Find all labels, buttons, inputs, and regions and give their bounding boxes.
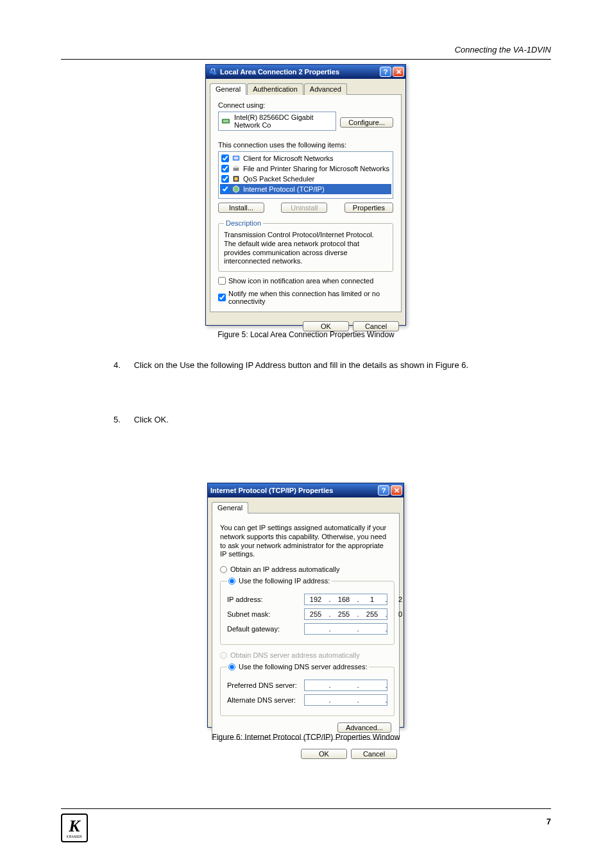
svg-rect-1 [213, 72, 216, 74]
install-button[interactable]: Install... [218, 203, 264, 213]
svg-rect-3 [223, 120, 229, 122]
alt-dns-row: Alternate DNS server: . . . [227, 694, 387, 706]
tcpip-properties-dialog: Internet Protocol (TCP/IP) Properties ? … [207, 483, 404, 728]
tab-general[interactable]: General [212, 502, 248, 513]
list-item[interactable]: Internet Protocol (TCP/IP) [220, 184, 391, 194]
footer-rule [61, 808, 551, 809]
item-checkbox[interactable] [221, 175, 229, 183]
step-5: 5. Click OK. [114, 413, 511, 426]
dialog-footer: OK Cancel [208, 744, 404, 764]
pref-dns-input[interactable]: . . . [304, 680, 387, 691]
obtain-dns-auto-radio [220, 652, 227, 659]
tabs: General Authentication Advanced [210, 83, 402, 95]
ip-address-row: IP address: 192. 168. 1. 2 [227, 594, 387, 605]
client-icon [232, 154, 241, 163]
close-button[interactable]: ✕ [391, 485, 402, 496]
tab-body: Connect using: Intel(R) 82566DC Gigabit … [210, 95, 402, 312]
description-legend: Description [224, 219, 263, 227]
step-5-text: Click OK. [134, 415, 169, 424]
use-dns-row[interactable]: Use the following DNS server addresses: [228, 663, 368, 671]
adapter-field: Intel(R) 82566DC Gigabit Network Co [218, 112, 336, 131]
ip-octet[interactable]: 168 [337, 596, 351, 603]
nic-icon [221, 117, 230, 126]
properties-button[interactable]: Properties [344, 203, 393, 213]
use-ip-group: Use the following IP address: IP address… [220, 575, 395, 645]
brand-logo-k: K [69, 818, 80, 835]
list-item[interactable]: Client for Microsoft Networks [220, 153, 391, 163]
item-label: QoS Packet Scheduler [243, 175, 314, 183]
show-icon-checkbox[interactable] [218, 277, 226, 285]
file-printer-icon [232, 164, 241, 173]
item-label: Client for Microsoft Networks [243, 154, 334, 162]
pref-dns-row: Preferred DNS server: . . . [227, 680, 387, 691]
help-button[interactable]: ? [380, 67, 391, 77]
figure-5-caption: Figure 5: Local Area Connection Properti… [146, 330, 466, 339]
items-label: This connection uses the following items… [218, 141, 393, 149]
item-checkbox[interactable] [221, 154, 229, 162]
ip-octet[interactable]: 255 [365, 610, 379, 618]
svg-rect-9 [234, 177, 237, 180]
list-item[interactable]: QoS Packet Scheduler [220, 174, 391, 184]
lan-properties-dialog: Local Area Connection 2 Properties ? ✕ G… [205, 64, 406, 326]
use-ip-row[interactable]: Use the following IP address: [228, 577, 330, 585]
ip-address-label: IP address: [227, 596, 304, 603]
titlebar: Internet Protocol (TCP/IP) Properties ? … [208, 483, 404, 497]
help-button[interactable]: ? [378, 485, 389, 496]
step-4-text: Click on the Use the following IP Addres… [134, 360, 469, 370]
ip-octet[interactable]: 0 [393, 610, 407, 618]
cancel-button[interactable]: Cancel [351, 749, 397, 759]
tab-advanced[interactable]: Advanced [304, 83, 347, 95]
tab-body: You can get IP settings assigned automat… [212, 513, 400, 740]
item-checkbox[interactable] [221, 165, 229, 172]
intro-text: You can get IP settings assigned automat… [220, 524, 391, 559]
header-rule [61, 59, 551, 60]
dialog-title: Local Area Connection 2 Properties [220, 68, 378, 76]
list-item[interactable]: File and Printer Sharing for Microsoft N… [220, 163, 391, 174]
tab-authentication[interactable]: Authentication [247, 83, 303, 95]
obtain-ip-auto-row[interactable]: Obtain an IP address automatically [220, 565, 391, 573]
page-number: 7 [547, 817, 551, 826]
show-icon-label: Show icon in notification area when conn… [228, 277, 373, 285]
ip-address-input[interactable]: 192. 168. 1. 2 [304, 594, 387, 605]
alt-dns-label: Alternate DNS server: [227, 696, 304, 704]
ip-octet[interactable]: 192 [309, 596, 323, 603]
alt-dns-input[interactable]: . . . [304, 694, 387, 706]
gateway-label: Default gateway: [227, 625, 304, 633]
ip-octet[interactable]: 255 [337, 610, 351, 618]
tcpip-icon [232, 185, 241, 194]
obtain-dns-auto-row: Obtain DNS server address automatically [220, 651, 391, 659]
subnet-input[interactable]: 255. 255. 255. 0 [304, 608, 387, 620]
use-dns-radio[interactable] [228, 664, 235, 671]
use-ip-radio[interactable] [228, 578, 235, 585]
ip-octet[interactable]: 2 [393, 596, 407, 603]
advanced-button[interactable]: Advanced... [337, 722, 391, 733]
use-dns-label: Use the following DNS server addresses: [239, 663, 368, 671]
brand-logo-text: KRAMER [67, 835, 82, 839]
tab-general[interactable]: General [210, 83, 246, 95]
ok-button[interactable]: OK [301, 749, 347, 759]
ip-octet[interactable]: 255 [309, 610, 323, 618]
svg-rect-7 [234, 166, 237, 169]
notify-row[interactable]: Notify me when this connection has limit… [218, 290, 393, 305]
uninstall-button: Uninstall [281, 203, 327, 213]
brand-logo: K KRAMER [61, 814, 88, 842]
step-4-number: 4. [114, 359, 132, 372]
configure-button[interactable]: Configure... [340, 117, 393, 128]
item-label: File and Printer Sharing for Microsoft N… [243, 165, 389, 172]
obtain-dns-auto-label: Obtain DNS server address automatically [230, 651, 360, 659]
ip-octet[interactable]: 1 [365, 596, 379, 603]
notify-checkbox[interactable] [218, 294, 226, 301]
obtain-ip-auto-radio[interactable] [220, 566, 227, 573]
qos-icon [232, 174, 241, 183]
close-button[interactable]: ✕ [393, 67, 404, 77]
obtain-ip-auto-label: Obtain an IP address automatically [230, 565, 339, 573]
item-label: Internet Protocol (TCP/IP) [243, 185, 325, 193]
items-list[interactable]: Client for Microsoft Networks File and P… [218, 151, 393, 199]
item-checkbox[interactable] [221, 185, 229, 193]
use-dns-group: Use the following DNS server addresses: … [220, 661, 395, 716]
connect-using-label: Connect using: [218, 101, 393, 109]
gateway-input[interactable]: . . . [304, 623, 387, 635]
subnet-row: Subnet mask: 255. 255. 255. 0 [227, 608, 387, 620]
step-4: 4. Click on the Use the following IP Add… [114, 359, 511, 372]
show-icon-row[interactable]: Show icon in notification area when conn… [218, 277, 393, 285]
